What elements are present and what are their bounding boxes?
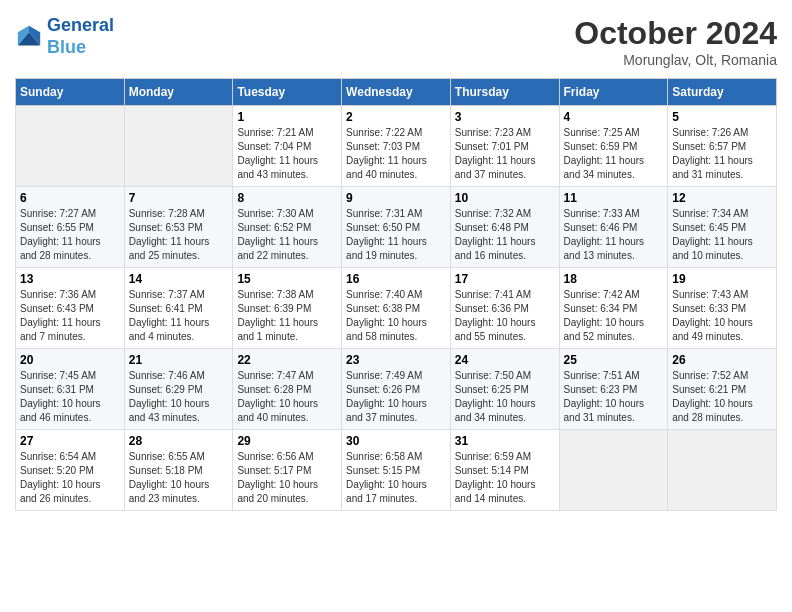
- logo-text: General Blue: [47, 15, 114, 58]
- day-number: 10: [455, 191, 555, 205]
- calendar-table: SundayMondayTuesdayWednesdayThursdayFrid…: [15, 78, 777, 511]
- calendar-week-row: 1Sunrise: 7:21 AM Sunset: 7:04 PM Daylig…: [16, 106, 777, 187]
- calendar-cell: 22Sunrise: 7:47 AM Sunset: 6:28 PM Dayli…: [233, 349, 342, 430]
- calendar-cell: 9Sunrise: 7:31 AM Sunset: 6:50 PM Daylig…: [342, 187, 451, 268]
- calendar-cell: 8Sunrise: 7:30 AM Sunset: 6:52 PM Daylig…: [233, 187, 342, 268]
- calendar-cell: 20Sunrise: 7:45 AM Sunset: 6:31 PM Dayli…: [16, 349, 125, 430]
- day-number: 28: [129, 434, 229, 448]
- day-number: 2: [346, 110, 446, 124]
- day-info: Sunrise: 6:55 AM Sunset: 5:18 PM Dayligh…: [129, 450, 229, 506]
- calendar-cell: 28Sunrise: 6:55 AM Sunset: 5:18 PM Dayli…: [124, 430, 233, 511]
- calendar-cell: 14Sunrise: 7:37 AM Sunset: 6:41 PM Dayli…: [124, 268, 233, 349]
- day-info: Sunrise: 7:27 AM Sunset: 6:55 PM Dayligh…: [20, 207, 120, 263]
- day-info: Sunrise: 7:26 AM Sunset: 6:57 PM Dayligh…: [672, 126, 772, 182]
- calendar-cell: 10Sunrise: 7:32 AM Sunset: 6:48 PM Dayli…: [450, 187, 559, 268]
- calendar-cell: 7Sunrise: 7:28 AM Sunset: 6:53 PM Daylig…: [124, 187, 233, 268]
- calendar-cell: 3Sunrise: 7:23 AM Sunset: 7:01 PM Daylig…: [450, 106, 559, 187]
- calendar-cell: 31Sunrise: 6:59 AM Sunset: 5:14 PM Dayli…: [450, 430, 559, 511]
- calendar-cell: 26Sunrise: 7:52 AM Sunset: 6:21 PM Dayli…: [668, 349, 777, 430]
- day-number: 27: [20, 434, 120, 448]
- day-number: 12: [672, 191, 772, 205]
- day-info: Sunrise: 7:42 AM Sunset: 6:34 PM Dayligh…: [564, 288, 664, 344]
- weekday-header-sunday: Sunday: [16, 79, 125, 106]
- day-info: Sunrise: 7:36 AM Sunset: 6:43 PM Dayligh…: [20, 288, 120, 344]
- day-info: Sunrise: 7:38 AM Sunset: 6:39 PM Dayligh…: [237, 288, 337, 344]
- day-number: 25: [564, 353, 664, 367]
- day-info: Sunrise: 7:46 AM Sunset: 6:29 PM Dayligh…: [129, 369, 229, 425]
- day-info: Sunrise: 7:32 AM Sunset: 6:48 PM Dayligh…: [455, 207, 555, 263]
- day-number: 30: [346, 434, 446, 448]
- calendar-cell: [668, 430, 777, 511]
- calendar-cell: 2Sunrise: 7:22 AM Sunset: 7:03 PM Daylig…: [342, 106, 451, 187]
- day-info: Sunrise: 7:37 AM Sunset: 6:41 PM Dayligh…: [129, 288, 229, 344]
- day-number: 19: [672, 272, 772, 286]
- day-number: 21: [129, 353, 229, 367]
- calendar-body: 1Sunrise: 7:21 AM Sunset: 7:04 PM Daylig…: [16, 106, 777, 511]
- day-info: Sunrise: 7:25 AM Sunset: 6:59 PM Dayligh…: [564, 126, 664, 182]
- day-number: 29: [237, 434, 337, 448]
- calendar-cell: 16Sunrise: 7:40 AM Sunset: 6:38 PM Dayli…: [342, 268, 451, 349]
- day-number: 7: [129, 191, 229, 205]
- day-number: 1: [237, 110, 337, 124]
- calendar-cell: 1Sunrise: 7:21 AM Sunset: 7:04 PM Daylig…: [233, 106, 342, 187]
- calendar-week-row: 13Sunrise: 7:36 AM Sunset: 6:43 PM Dayli…: [16, 268, 777, 349]
- logo-icon: [15, 23, 43, 51]
- calendar-cell: 30Sunrise: 6:58 AM Sunset: 5:15 PM Dayli…: [342, 430, 451, 511]
- day-info: Sunrise: 7:28 AM Sunset: 6:53 PM Dayligh…: [129, 207, 229, 263]
- calendar-cell: 6Sunrise: 7:27 AM Sunset: 6:55 PM Daylig…: [16, 187, 125, 268]
- day-info: Sunrise: 7:50 AM Sunset: 6:25 PM Dayligh…: [455, 369, 555, 425]
- calendar-cell: 5Sunrise: 7:26 AM Sunset: 6:57 PM Daylig…: [668, 106, 777, 187]
- calendar-cell: 29Sunrise: 6:56 AM Sunset: 5:17 PM Dayli…: [233, 430, 342, 511]
- calendar-cell: 24Sunrise: 7:50 AM Sunset: 6:25 PM Dayli…: [450, 349, 559, 430]
- calendar-cell: 11Sunrise: 7:33 AM Sunset: 6:46 PM Dayli…: [559, 187, 668, 268]
- weekday-header-monday: Monday: [124, 79, 233, 106]
- calendar-week-row: 6Sunrise: 7:27 AM Sunset: 6:55 PM Daylig…: [16, 187, 777, 268]
- location: Morunglav, Olt, Romania: [574, 52, 777, 68]
- day-info: Sunrise: 7:45 AM Sunset: 6:31 PM Dayligh…: [20, 369, 120, 425]
- day-number: 9: [346, 191, 446, 205]
- day-number: 20: [20, 353, 120, 367]
- day-number: 24: [455, 353, 555, 367]
- day-info: Sunrise: 7:33 AM Sunset: 6:46 PM Dayligh…: [564, 207, 664, 263]
- logo-line2: Blue: [47, 37, 86, 57]
- day-info: Sunrise: 7:47 AM Sunset: 6:28 PM Dayligh…: [237, 369, 337, 425]
- weekday-header-wednesday: Wednesday: [342, 79, 451, 106]
- logo-line1: General: [47, 15, 114, 35]
- day-info: Sunrise: 7:41 AM Sunset: 6:36 PM Dayligh…: [455, 288, 555, 344]
- calendar-cell: [124, 106, 233, 187]
- calendar-header: SundayMondayTuesdayWednesdayThursdayFrid…: [16, 79, 777, 106]
- day-info: Sunrise: 7:31 AM Sunset: 6:50 PM Dayligh…: [346, 207, 446, 263]
- day-info: Sunrise: 7:21 AM Sunset: 7:04 PM Dayligh…: [237, 126, 337, 182]
- day-number: 13: [20, 272, 120, 286]
- calendar-cell: 21Sunrise: 7:46 AM Sunset: 6:29 PM Dayli…: [124, 349, 233, 430]
- calendar-cell: [559, 430, 668, 511]
- day-info: Sunrise: 7:34 AM Sunset: 6:45 PM Dayligh…: [672, 207, 772, 263]
- day-info: Sunrise: 6:58 AM Sunset: 5:15 PM Dayligh…: [346, 450, 446, 506]
- page-header: General Blue October 2024 Morunglav, Olt…: [15, 15, 777, 68]
- day-number: 31: [455, 434, 555, 448]
- day-info: Sunrise: 6:56 AM Sunset: 5:17 PM Dayligh…: [237, 450, 337, 506]
- calendar-week-row: 20Sunrise: 7:45 AM Sunset: 6:31 PM Dayli…: [16, 349, 777, 430]
- day-info: Sunrise: 6:59 AM Sunset: 5:14 PM Dayligh…: [455, 450, 555, 506]
- day-number: 6: [20, 191, 120, 205]
- weekday-header-saturday: Saturday: [668, 79, 777, 106]
- calendar-cell: 15Sunrise: 7:38 AM Sunset: 6:39 PM Dayli…: [233, 268, 342, 349]
- weekday-header-friday: Friday: [559, 79, 668, 106]
- day-number: 17: [455, 272, 555, 286]
- logo: General Blue: [15, 15, 114, 58]
- weekday-header-thursday: Thursday: [450, 79, 559, 106]
- calendar-week-row: 27Sunrise: 6:54 AM Sunset: 5:20 PM Dayli…: [16, 430, 777, 511]
- day-number: 16: [346, 272, 446, 286]
- day-info: Sunrise: 7:30 AM Sunset: 6:52 PM Dayligh…: [237, 207, 337, 263]
- month-title: October 2024: [574, 15, 777, 52]
- calendar-cell: 17Sunrise: 7:41 AM Sunset: 6:36 PM Dayli…: [450, 268, 559, 349]
- day-number: 8: [237, 191, 337, 205]
- day-number: 15: [237, 272, 337, 286]
- weekday-header-tuesday: Tuesday: [233, 79, 342, 106]
- day-info: Sunrise: 6:54 AM Sunset: 5:20 PM Dayligh…: [20, 450, 120, 506]
- calendar-cell: 18Sunrise: 7:42 AM Sunset: 6:34 PM Dayli…: [559, 268, 668, 349]
- calendar-cell: [16, 106, 125, 187]
- day-number: 3: [455, 110, 555, 124]
- title-block: October 2024 Morunglav, Olt, Romania: [574, 15, 777, 68]
- day-info: Sunrise: 7:23 AM Sunset: 7:01 PM Dayligh…: [455, 126, 555, 182]
